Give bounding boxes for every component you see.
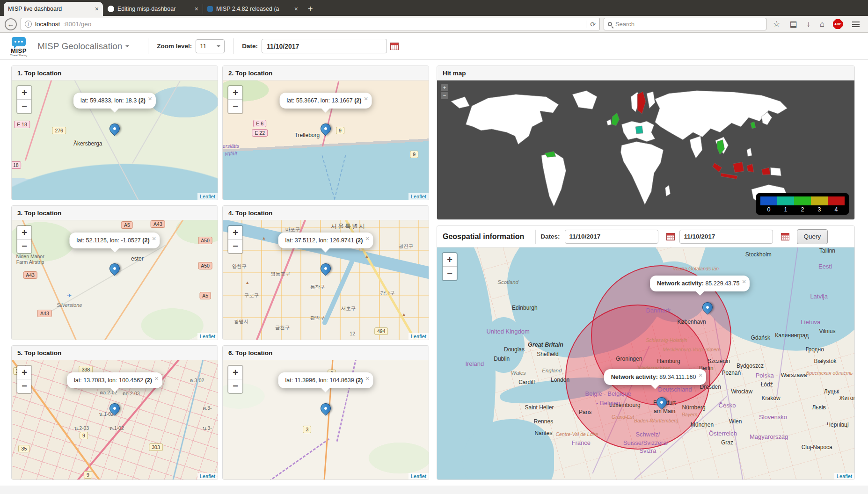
leaflet-attribution[interactable]: Leaflet bbox=[408, 473, 429, 479]
zoom-out-button[interactable]: − bbox=[17, 379, 31, 393]
map-city-label: Sheffield bbox=[537, 351, 558, 357]
zoom-in-button[interactable]: + bbox=[441, 84, 448, 91]
popup-close-icon[interactable]: × bbox=[365, 234, 370, 242]
map-city-label: Deutschland bbox=[658, 385, 692, 392]
map-label: 광명시 bbox=[234, 319, 249, 325]
zoom-in-button[interactable]: + bbox=[228, 86, 242, 100]
panel-title: 6. Top location bbox=[228, 349, 272, 356]
map-marker[interactable] bbox=[318, 121, 333, 136]
calendar-icon[interactable] bbox=[666, 233, 675, 240]
map-marker[interactable] bbox=[318, 261, 333, 276]
zoom-in-button[interactable]: + bbox=[17, 366, 31, 379]
tab-editing-misp-dashboard[interactable]: Editing misp-dashboar × bbox=[103, 2, 203, 16]
map-marker[interactable] bbox=[107, 121, 122, 136]
popup-close-icon[interactable]: × bbox=[365, 374, 370, 382]
bookmark-star-icon[interactable]: ☆ bbox=[770, 19, 783, 29]
map-zoom-control: + − bbox=[441, 84, 448, 100]
map-decoration bbox=[322, 81, 339, 146]
tab-misp-released[interactable]: MISP 2.4.82 released (a × bbox=[203, 2, 302, 16]
map-city-label: Magyarország bbox=[750, 433, 788, 440]
map-city-label: Wales bbox=[511, 370, 526, 376]
zoom-out-button[interactable]: − bbox=[17, 100, 31, 113]
reload-icon[interactable]: ⟳ bbox=[586, 21, 596, 28]
location-popup: lat: 11.3996, lon: 104.8639 (2) × bbox=[278, 372, 373, 388]
back-button[interactable]: ← bbox=[5, 18, 17, 30]
leaflet-map[interactable]: E 1827618Åkersberga + − lat: 59.4833, lo… bbox=[12, 80, 218, 200]
tab-misp-live-dashboard[interactable]: MISP live dashboard × bbox=[4, 2, 103, 16]
leaflet-map[interactable]: E 6E 2299Trelleborgerslättsygfält + − la… bbox=[223, 80, 429, 200]
zoom-out-button[interactable]: − bbox=[228, 379, 242, 393]
panel-title: 5. Top location bbox=[17, 349, 61, 356]
map-marker[interactable] bbox=[107, 261, 122, 276]
map-label: 강남구 bbox=[380, 290, 395, 297]
popup-close-icon[interactable]: × bbox=[742, 277, 746, 285]
library-icon[interactable]: ▤ bbox=[787, 19, 800, 29]
popup-close-icon[interactable]: × bbox=[699, 371, 703, 379]
calendar-icon[interactable] bbox=[781, 233, 789, 240]
leaflet-attribution[interactable]: Leaflet bbox=[834, 473, 854, 479]
top-locations-grid: 1. Top location E 1827618Åkersberga + − … bbox=[11, 65, 429, 480]
date-from-input[interactable]: 11/10/2017 bbox=[565, 230, 658, 244]
legend-value-label: 0 bbox=[760, 205, 777, 213]
map-marker[interactable] bbox=[318, 401, 333, 415]
leaflet-attribution[interactable]: Leaflet bbox=[197, 193, 218, 200]
leaflet-attribution[interactable]: Leaflet bbox=[408, 333, 429, 340]
river-decoration bbox=[223, 220, 429, 286]
zoom-out-button[interactable]: − bbox=[17, 240, 31, 253]
zoom-out-button[interactable]: − bbox=[228, 240, 242, 253]
downloads-icon[interactable]: ↓ bbox=[803, 20, 813, 29]
adblock-icon[interactable]: ABP bbox=[833, 19, 843, 29]
zoom-in-button[interactable]: + bbox=[17, 86, 31, 100]
url-path: :8001/geo bbox=[63, 21, 91, 28]
popup-close-icon[interactable]: × bbox=[364, 94, 368, 102]
query-button[interactable]: Query bbox=[797, 229, 828, 244]
popup-text: lat: 52.1125, lon: -1.0527 bbox=[76, 237, 140, 244]
zoom-out-button[interactable]: − bbox=[228, 100, 242, 113]
leaflet-attribution[interactable]: Leaflet bbox=[408, 193, 429, 200]
zoom-out-button[interactable]: − bbox=[441, 92, 448, 99]
map-city-label: Eesti bbox=[818, 262, 832, 269]
map-label: 18 bbox=[12, 161, 22, 169]
leaflet-map[interactable]: 서울특별시마포구광진구양천구영등포구동작구강남구구로구서초구관악구광명시금천구4… bbox=[223, 220, 429, 340]
date-to-input[interactable]: 11/10/2017 bbox=[679, 230, 773, 244]
date-input[interactable]: 11/10/2017 bbox=[262, 39, 387, 53]
leaflet-attribution[interactable]: Leaflet bbox=[197, 473, 218, 479]
legend-value-label: 1 bbox=[777, 205, 794, 213]
app-title-dropdown[interactable]: MISP Geolocalisation bbox=[37, 41, 139, 51]
new-tab-button[interactable]: + bbox=[302, 4, 319, 16]
map-city-label: Douglas bbox=[504, 346, 525, 353]
popup-close-icon[interactable]: × bbox=[152, 234, 156, 242]
leaflet-map[interactable]: A5A43A50A50A5A43A43Niden ManorFarm Airst… bbox=[12, 220, 218, 340]
site-info-icon[interactable]: i bbox=[25, 21, 32, 28]
tab-close-icon[interactable]: × bbox=[195, 5, 198, 13]
search-placeholder: Search bbox=[615, 21, 635, 28]
leaflet-map[interactable]: 338338ตต.2-02ต.3-02ตอ.2-02ตอ.2-03ด.3-น.1… bbox=[12, 360, 218, 479]
popup-close-icon[interactable]: × bbox=[154, 374, 159, 382]
zoom-level-select[interactable]: 11 bbox=[196, 39, 225, 53]
map-label: 35 bbox=[19, 445, 30, 452]
zoom-in-button[interactable]: + bbox=[443, 253, 457, 267]
tab-close-icon[interactable]: × bbox=[294, 5, 298, 13]
leaflet-attribution[interactable]: Leaflet bbox=[197, 333, 218, 340]
leaflet-map[interactable]: 33 + − lat: 11.3996, lon: 104.8639 (2) ×… bbox=[223, 360, 429, 479]
tab-close-icon[interactable]: × bbox=[95, 5, 99, 13]
zoom-out-button[interactable]: − bbox=[443, 267, 457, 280]
calendar-icon[interactable] bbox=[390, 43, 399, 50]
panel-header: 1. Top location bbox=[12, 66, 218, 80]
zoom-in-button[interactable]: + bbox=[17, 226, 31, 240]
zoom-in-button[interactable]: + bbox=[228, 366, 242, 379]
menu-icon[interactable] bbox=[852, 22, 860, 27]
header-divider bbox=[233, 38, 233, 54]
popup-close-icon[interactable]: × bbox=[148, 94, 152, 102]
search-bar[interactable]: Search bbox=[604, 18, 766, 30]
misp-logo-tagline: Threat Sharing bbox=[7, 54, 31, 57]
map-label: 3 bbox=[303, 426, 311, 433]
popup-count: (2) bbox=[356, 237, 363, 244]
chevron-down-icon bbox=[125, 45, 129, 49]
home-icon[interactable]: ⌂ bbox=[817, 20, 827, 29]
url-bar[interactable]: i localhost :8001/geo ⟳ bbox=[21, 18, 600, 30]
geospatial-map[interactable]: StockholmTallinnEestiVästra Götalands lä… bbox=[437, 247, 854, 479]
zoom-in-button[interactable]: + bbox=[228, 226, 242, 240]
map-city-label: Österreich bbox=[709, 429, 737, 436]
world-hit-map[interactable]: + − 01234 bbox=[437, 80, 854, 219]
